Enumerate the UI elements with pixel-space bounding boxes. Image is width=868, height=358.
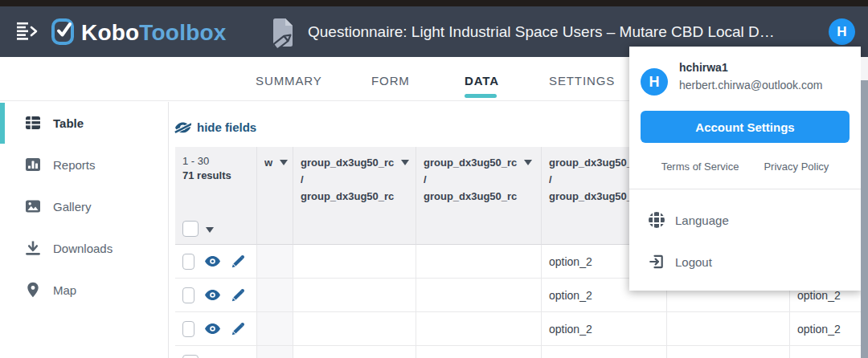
table-row: option_2 option_2 xyxy=(175,312,868,346)
eye-icon xyxy=(205,290,220,300)
table-cell xyxy=(293,312,416,346)
column-header-label: / xyxy=(424,171,427,188)
downloads-icon xyxy=(24,239,42,257)
table-cell xyxy=(293,279,416,312)
account-menu-avatar: H xyxy=(641,68,668,96)
table-cell xyxy=(542,346,667,358)
column-header-label: group_dx3ug50_rc xyxy=(424,154,517,171)
pencil-icon xyxy=(231,322,245,336)
row-tools-cell xyxy=(175,279,257,312)
edit-submission-button[interactable] xyxy=(231,288,245,302)
active-item-indicator xyxy=(0,103,5,144)
table-cell xyxy=(416,346,542,358)
table-cell xyxy=(416,312,542,346)
column-menu-caret-icon[interactable] xyxy=(280,160,288,165)
account-email: herbert.chirwa@outlook.com xyxy=(679,79,822,92)
hide-fields-label: hide fields xyxy=(197,120,256,134)
hide-fields-button[interactable]: hide fields xyxy=(174,120,256,134)
kobotoolbox-logo[interactable]: KoboToolbox xyxy=(51,17,227,49)
column-header-label: group_dx3ug50_rc xyxy=(301,154,394,171)
tab-form[interactable]: FORM xyxy=(371,74,410,87)
tab-data[interactable]: DATA xyxy=(465,74,499,87)
sidebar-item-reports[interactable]: Reports xyxy=(0,144,168,185)
deployed-form-icon xyxy=(268,17,297,52)
sidebar-item-downloads[interactable]: Downloads xyxy=(0,227,168,269)
map-icon xyxy=(24,281,42,299)
sidebar-item-label: Map xyxy=(53,283,76,297)
kobotoolbox-logo-icon xyxy=(51,17,75,49)
account-avatar-button[interactable]: H xyxy=(829,18,855,45)
row-tools-cell xyxy=(175,346,257,358)
privacy-policy-link[interactable]: Privacy Policy xyxy=(764,161,829,173)
eye-icon xyxy=(205,323,220,334)
edit-submission-button[interactable] xyxy=(231,322,245,336)
logout-menu-item[interactable]: Logout xyxy=(629,246,861,278)
column-header-group-2[interactable]: group_dx3ug50_rc / group_dx3ug50_rc xyxy=(416,147,542,245)
table-cell xyxy=(293,346,416,358)
select-all-checkbox[interactable] xyxy=(182,221,199,237)
brand-text: KoboToolbox xyxy=(81,18,227,47)
table-cell xyxy=(257,245,293,279)
brand-kobo: Kobo xyxy=(81,20,139,45)
pencil-icon xyxy=(231,288,245,302)
sidebar-item-gallery[interactable]: Gallery xyxy=(0,185,168,227)
vertical-scrollbar-thumb[interactable] xyxy=(861,80,868,358)
table-cell xyxy=(667,312,790,346)
row-checkbox[interactable] xyxy=(182,321,194,337)
view-submission-button[interactable] xyxy=(205,323,220,334)
table-cell xyxy=(257,279,293,312)
column-menu-caret-icon[interactable] xyxy=(524,160,532,165)
active-tab-indicator xyxy=(465,94,497,98)
table-row xyxy=(175,346,868,358)
row-tools-cell xyxy=(175,312,257,346)
data-sidebar: Table Reports Gallery Download xyxy=(0,102,169,358)
table-cell xyxy=(416,245,542,279)
column-header-label: w xyxy=(264,154,272,171)
account-menu-popover: H hchirwa1 herbert.chirwa@outlook.com Ac… xyxy=(629,47,861,291)
account-settings-button[interactable]: Account Settings xyxy=(641,111,850,143)
language-menu-item[interactable]: Language xyxy=(629,204,861,236)
vertical-scrollbar[interactable] xyxy=(861,57,868,358)
language-label: Language xyxy=(675,214,729,227)
column-header-label: group_dx3ug50_rc xyxy=(424,188,517,205)
reports-icon xyxy=(24,156,42,173)
pencil-icon xyxy=(231,254,245,268)
view-submission-button[interactable] xyxy=(205,256,220,266)
table-cell xyxy=(257,346,293,358)
tab-settings[interactable]: SETTINGS xyxy=(549,74,615,87)
column-header-label: / xyxy=(549,171,552,188)
tab-summary[interactable]: SUMMARY xyxy=(256,74,322,87)
column-header-label: / xyxy=(301,171,304,188)
column-header-group-1[interactable]: group_dx3ug50_rc / group_dx3ug50_rc xyxy=(293,147,416,245)
eye-slash-icon xyxy=(174,120,191,134)
menu-divider xyxy=(629,189,861,189)
select-menu-caret-icon[interactable] xyxy=(206,227,214,233)
pagination-range: 1 - 30 xyxy=(182,154,252,169)
sidebar-item-label: Downloads xyxy=(53,242,113,255)
row-tools-cell xyxy=(175,245,257,279)
view-submission-button[interactable] xyxy=(205,290,220,300)
row-checkbox[interactable] xyxy=(182,287,194,303)
sidebar-item-label: Gallery xyxy=(53,200,92,214)
table-icon xyxy=(24,114,42,132)
column-menu-caret-icon[interactable] xyxy=(401,160,409,165)
account-username: hchirwa1 xyxy=(679,61,728,74)
sidebar-item-label: Reports xyxy=(53,158,96,172)
row-checkbox[interactable] xyxy=(182,254,194,270)
row-checkbox[interactable] xyxy=(182,355,199,358)
globe-icon xyxy=(649,212,665,228)
eye-icon xyxy=(205,256,220,266)
column-header-label: group_dx3ug50_rc xyxy=(549,154,642,171)
terms-of-service-link[interactable]: Terms of Service xyxy=(661,161,739,173)
table-cell xyxy=(416,279,542,312)
edit-submission-button[interactable] xyxy=(231,254,245,268)
table-cell xyxy=(257,312,293,346)
sidebar-toggle-icon[interactable] xyxy=(16,22,40,41)
sidebar-item-map[interactable]: Map xyxy=(0,269,168,311)
column-header-w[interactable]: w xyxy=(257,147,293,245)
column-header-label: group_dx3ug50_rc xyxy=(549,188,642,205)
sidebar-item-label: Table xyxy=(53,116,84,130)
sidebar-item-table[interactable]: Table xyxy=(0,102,168,144)
logout-icon xyxy=(649,254,665,270)
pagination-results: 71 results xyxy=(182,169,252,183)
